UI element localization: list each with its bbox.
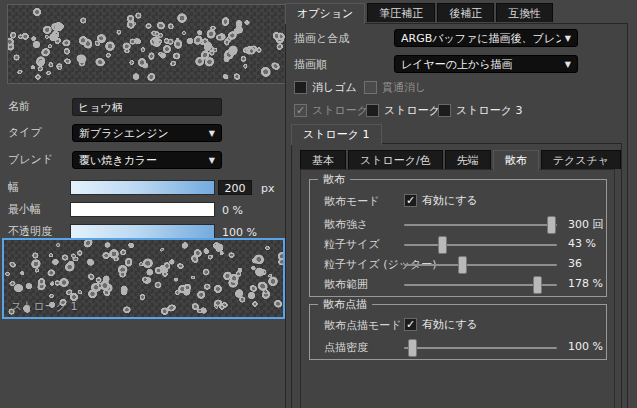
leopard-spot [239, 54, 248, 64]
leopard-spot [6, 259, 18, 271]
leopard-spot [224, 33, 235, 44]
stroke2-checkbox[interactable]: ✓ [366, 104, 379, 117]
stroke-preview[interactable]: ストローク 1 [2, 238, 285, 319]
scatter-strength-handle[interactable] [547, 216, 556, 234]
leopard-spot [61, 259, 78, 275]
scatter-strength-slider[interactable] [404, 224, 557, 226]
width-slider[interactable] [70, 180, 215, 195]
stroke-tabbar: ストローク 1 [291, 124, 382, 145]
tab-scatter[interactable]: 散布 [493, 150, 539, 171]
leopard-spot [224, 41, 242, 59]
leopard-spot [35, 63, 46, 74]
leopard-spot [62, 55, 74, 66]
tab-stroke-color[interactable]: ストローク/色 [348, 150, 443, 169]
leopard-spot [247, 282, 261, 295]
particle-jitter-slider[interactable] [404, 264, 557, 266]
tab-option[interactable]: オプション [285, 3, 365, 24]
particle-size-slider[interactable] [404, 244, 557, 246]
stipple-density-slider[interactable] [404, 347, 557, 349]
leopard-spot [200, 246, 212, 258]
leopard-spot [95, 281, 104, 291]
tab-compatibility[interactable]: 互換性 [496, 3, 553, 22]
draw-blend-value: ARGBバッファに描画後、ブレンド [401, 31, 561, 46]
draw-blend-dropdown[interactable]: ARGBバッファに描画後、ブレンド ▼ [394, 29, 578, 47]
leopard-spot [241, 42, 258, 59]
stroke3-checkbox[interactable]: ✓ [438, 104, 451, 117]
tab-tip[interactable]: 先端 [445, 150, 491, 169]
name-input[interactable]: ヒョウ柄 [72, 98, 222, 116]
particle-jitter-value: 36 [568, 257, 582, 270]
leopard-spot [219, 14, 233, 29]
tab-pressure[interactable]: 筆圧補正 [367, 3, 435, 22]
leopard-spot [161, 35, 172, 47]
leopard-spot [118, 281, 131, 295]
particle-jitter-handle[interactable] [458, 256, 467, 274]
leopard-spot [249, 264, 258, 272]
leopard-spot [208, 49, 217, 58]
tab-texture[interactable]: テクスチャ [541, 150, 621, 169]
leopard-spot [137, 260, 146, 269]
leopard-spot [174, 36, 180, 43]
leopard-spot [37, 58, 46, 68]
leopard-spot [210, 280, 226, 296]
leopard-spot [260, 287, 272, 298]
leopard-spot [77, 14, 90, 27]
leopard-spot [155, 260, 173, 278]
leopard-spot [138, 45, 148, 55]
leopard-spot [180, 29, 187, 36]
leopard-spot [153, 280, 163, 290]
leopard-spot [123, 255, 135, 268]
particle-size-value: 43 % [568, 237, 596, 250]
leopard-spot [83, 256, 97, 270]
stipple-density-handle[interactable] [408, 339, 417, 357]
leopard-spot [250, 263, 269, 282]
type-dropdown[interactable]: 新ブラシエンジン ▼ [72, 124, 222, 142]
leopard-spot [100, 251, 111, 261]
leopard-spot [255, 62, 275, 82]
scatter-range-handle[interactable] [533, 276, 542, 294]
scatter-range-slider[interactable] [404, 284, 557, 286]
leopard-spot [85, 270, 98, 283]
scatter-enable-row[interactable]: ✓ 有効にする [404, 193, 478, 208]
leopard-spot [50, 257, 62, 268]
leopard-spot [132, 10, 143, 21]
minwidth-label: 最小幅 [8, 201, 41, 219]
scatter-enable-checkbox[interactable]: ✓ [404, 194, 417, 207]
opacity-slider[interactable] [70, 224, 215, 239]
blend-dropdown[interactable]: 覆い焼きカラー ▼ [72, 151, 222, 169]
leopard-spot [220, 71, 231, 82]
particle-size-handle[interactable] [438, 236, 447, 254]
tab-stroke1[interactable]: ストローク 1 [291, 124, 382, 145]
width-unit-label: px [261, 181, 275, 196]
stipple-enable-checkbox[interactable]: ✓ [404, 318, 417, 331]
tab-basic[interactable]: 基本 [300, 150, 346, 169]
leopard-spot [175, 281, 190, 296]
leopard-spot [111, 254, 121, 264]
leopard-spot [141, 275, 151, 286]
tab-postcorrect[interactable]: 後補正 [437, 3, 494, 22]
stipple-enable-row[interactable]: ✓ 有効にする [404, 317, 478, 332]
leopard-spot [102, 240, 112, 250]
stipple-density-value: 100 % [568, 340, 603, 353]
leopard-spot [250, 256, 262, 266]
stipple-density-label: 点描密度 [324, 340, 368, 355]
leopard-spot [27, 255, 46, 274]
scatter-strength-label: 散布強さ [324, 217, 368, 232]
leopard-spot [208, 25, 216, 32]
leopard-spot [32, 265, 41, 274]
leopard-spot [104, 245, 122, 263]
eraser-checkbox-row[interactable]: ✓ 消しゴム [294, 80, 357, 95]
leopard-spot [8, 29, 18, 41]
leopard-spot [172, 288, 182, 298]
leopard-spot [30, 35, 37, 42]
minwidth-slider[interactable] [70, 202, 215, 217]
draw-order-dropdown[interactable]: レイヤーの上から描画 ▼ [394, 55, 578, 73]
leopard-spot [183, 34, 197, 48]
leopard-spot [78, 34, 96, 53]
stroke3-checkbox-row[interactable]: ✓ ストローク 3 [438, 103, 523, 118]
eraser-checkbox[interactable]: ✓ [294, 81, 307, 94]
leopard-spot [46, 42, 55, 51]
leopard-spot [92, 38, 103, 49]
width-value-input[interactable]: 200 [218, 180, 252, 195]
stroke1-page: 基本 ストローク/色 先端 散布 テクスチャ 散布 散布モード ✓ 有効にする … [291, 143, 622, 408]
